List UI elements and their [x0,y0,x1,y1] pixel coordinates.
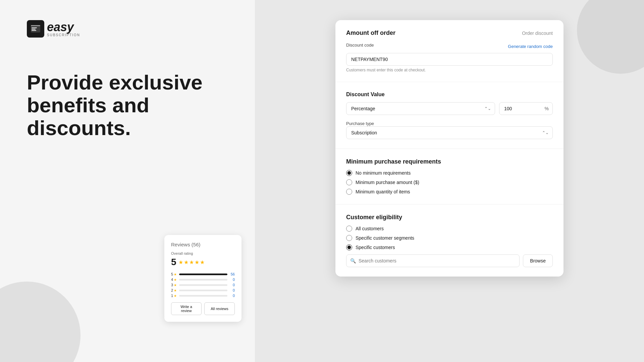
rating-bar-row-5: 5★ 56 [171,272,235,276]
left-panel: easy SUBSCRIPTION Provide exclusive bene… [0,0,255,362]
brand-sub: SUBSCRIPTION [47,33,80,37]
min-purchase-title: Minimum purchase requirements [346,158,553,165]
discount-card: Amount off order Order discount Discount… [335,20,564,277]
star-4: ★ [195,259,199,265]
bar-label-1: 1★ [171,294,177,298]
discount-amount-wrapper: % [499,102,553,115]
bar-track-5 [179,274,227,275]
star-3: ★ [189,259,194,265]
bar-label-3: 3★ [171,283,177,287]
amount-title: Amount off order [346,29,395,37]
bar-track-4 [179,279,227,281]
bar-count-5: 56 [229,272,235,276]
radio-min-qty-input[interactable] [346,189,352,195]
radio-all-customers[interactable]: All customers [346,226,553,232]
score-number: 5 [171,257,176,267]
radio-min-qty[interactable]: Minimum quantity of items [346,189,553,195]
star-5: ★ [200,259,205,265]
radio-no-min-label: No minimum requirements [356,170,411,176]
radio-specific-customers-input[interactable] [346,244,352,250]
overall-score: 5 ★ ★ ★ ★ ★ [171,257,235,267]
bar-label-2: 2★ [171,288,177,292]
radio-min-amount-input[interactable] [346,179,352,185]
rating-bar-row-4: 4★ 0 [171,278,235,282]
rating-bar-row-2: 2★ 0 [171,288,235,292]
all-reviews-button[interactable]: All reviews [204,302,235,315]
bar-track-2 [179,290,227,291]
purchase-type-label: Purchase type [346,121,374,126]
logo-icon [27,20,44,38]
discount-code-label: Discount code [346,43,374,48]
discount-code-header: Discount code Generate random code [346,43,553,50]
customer-eligibility-radio-group: All customers Specific customer segments… [346,226,553,250]
purchase-type-wrapper: Subscription One-time purchase Both ⌃⌄ [346,126,553,139]
radio-specific-segments-label: Specific customer segments [356,235,414,241]
radio-min-amount[interactable]: Minimum purchase amount ($) [346,179,553,185]
bar-label-5: 5★ [171,272,177,276]
bar-count-3: 0 [229,283,235,287]
brand-name: easy [47,21,80,33]
purchase-type-area: Purchase type Subscription One-time purc… [346,120,553,139]
rating-bar-row-3: 3★ 0 [171,283,235,287]
radio-specific-customers[interactable]: Specific customers [346,244,553,250]
purchase-type-select[interactable]: Subscription One-time purchase Both [346,126,553,139]
rating-bars: 5★ 56 4★ 0 3★ 0 2★ 0 1★ [171,272,235,298]
discount-type-wrapper: Percentage Fixed amount ⌃⌄ [346,102,495,115]
customer-eligibility-title: Customer eligibility [346,214,553,221]
right-panel: Amount off order Order discount Discount… [255,0,644,362]
radio-min-amount-label: Minimum purchase amount ($) [356,180,419,185]
amount-section: Amount off order Order discount Discount… [335,20,564,82]
radio-specific-segments-input[interactable] [346,235,352,241]
search-customers-input[interactable] [346,254,520,267]
browse-button[interactable]: Browse [523,254,553,267]
bar-count-4: 0 [229,278,235,282]
discount-type-select[interactable]: Percentage Fixed amount [346,102,495,115]
search-customers-row: 🔍 Browse [346,254,553,267]
bar-track-1 [179,295,227,297]
star-1: ★ [178,259,183,265]
generate-random-link[interactable]: Generate random code [508,44,553,49]
amount-subtitle: Order discount [522,31,553,36]
radio-all-customers-label: All customers [356,226,384,231]
discount-value-section: Discount Value Percentage Fixed amount ⌃… [335,82,564,149]
radio-min-qty-label: Minimum quantity of items [356,189,410,194]
logo-area: easy SUBSCRIPTION [27,20,228,38]
radio-all-customers-input[interactable] [346,226,352,232]
radio-no-min[interactable]: No minimum requirements [346,170,553,176]
search-icon: 🔍 [350,258,356,263]
percent-symbol: % [545,106,549,111]
bar-fill-5 [179,274,227,275]
radio-specific-customers-label: Specific customers [356,245,395,250]
min-purchase-section: Minimum purchase requirements No minimum… [335,149,564,204]
discount-code-helper: Customers must enter this code at checko… [346,68,553,72]
radio-no-min-input[interactable] [346,170,352,176]
bar-count-1: 0 [229,294,235,298]
overall-label: Overall rating [171,251,235,255]
headline: Provide exclusive benefits and discounts… [27,71,228,140]
amount-header: Amount off order Order discount [346,29,553,37]
discount-code-input[interactable] [346,53,553,66]
bar-track-3 [179,284,227,286]
stars-row: ★ ★ ★ ★ ★ [178,259,205,265]
search-customers-wrapper: 🔍 [346,254,520,267]
rating-bar-row-1: 1★ 0 [171,294,235,298]
bar-label-4: 4★ [171,278,177,282]
svg-rect-1 [31,25,40,26]
discount-value-row: Percentage Fixed amount ⌃⌄ % [346,102,553,115]
reviews-buttons: Write a review All reviews [171,302,235,315]
min-purchase-radio-group: No minimum requirements Minimum purchase… [346,170,553,195]
customer-eligibility-section: Customer eligibility All customers Speci… [335,204,564,277]
bar-count-2: 0 [229,288,235,292]
write-review-button[interactable]: Write a review [171,302,202,315]
star-2: ★ [184,259,189,265]
reviews-widget: Reviews (56) Overall rating 5 ★ ★ ★ ★ ★ … [164,235,241,322]
radio-specific-segments[interactable]: Specific customer segments [346,235,553,241]
discount-value-title: Discount Value [346,92,553,98]
logo-text-block: easy SUBSCRIPTION [47,21,80,37]
reviews-title: Reviews (56) [171,242,235,247]
